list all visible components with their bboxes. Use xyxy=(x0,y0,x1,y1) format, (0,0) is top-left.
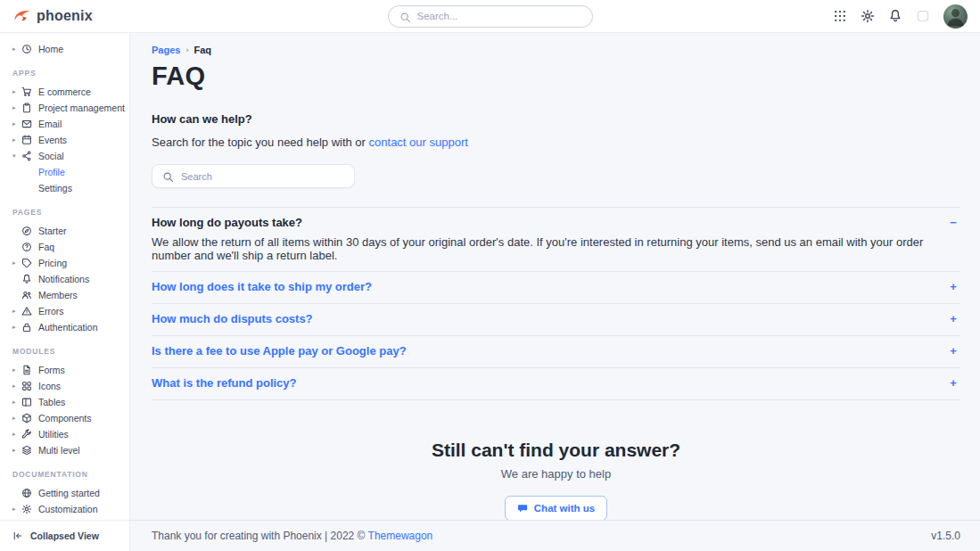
box-icon xyxy=(21,413,32,424)
phoenix-logo-icon xyxy=(12,7,31,26)
footer-text: Thank you for creating with Phoenix | 20… xyxy=(152,530,432,542)
sidebar-item-events[interactable]: ▸ Events xyxy=(12,132,126,148)
faq-search-input[interactable] xyxy=(181,171,344,182)
sidebar-item-components[interactable]: ▸ Components xyxy=(12,410,126,426)
sidebar-item-project-management[interactable]: ▸ Project management xyxy=(12,100,126,116)
cta-title: Still can't find your answer? xyxy=(152,440,960,461)
sidebar-item-forms[interactable]: ▸ Forms xyxy=(12,362,126,378)
sidebar-subitem-settings[interactable]: Settings xyxy=(12,180,126,196)
chevron-icon: ▾ xyxy=(12,152,21,160)
search-icon xyxy=(399,11,411,22)
minus-icon[interactable]: − xyxy=(946,216,960,230)
faq-item: What is the refund policy? + xyxy=(152,368,960,400)
lock-icon xyxy=(21,322,32,333)
chevron-icon: ▸ xyxy=(12,431,21,438)
sidebar-section: MODULES ▸ Forms ▸ Icons ▸ Tables ▸ Compo… xyxy=(12,347,126,458)
plus-icon[interactable]: + xyxy=(946,280,960,294)
plus-icon[interactable]: + xyxy=(946,312,960,326)
bell-icon[interactable] xyxy=(888,9,902,23)
faq-question-row[interactable]: What is the refund policy? + xyxy=(152,376,960,391)
cta-subtitle: We are happy to help xyxy=(152,467,960,481)
breadcrumb-pages-link[interactable]: Pages xyxy=(152,45,180,55)
faq-item: How long does it take to ship my order? … xyxy=(152,272,960,304)
file-icon xyxy=(21,365,32,375)
sidebar-item-multi-level[interactable]: ▸ Multi level xyxy=(12,442,126,458)
gear-icon[interactable] xyxy=(861,9,875,23)
themewagon-link[interactable]: Themewagon xyxy=(368,530,433,542)
faq-search[interactable] xyxy=(152,164,355,188)
calendar-icon xyxy=(21,135,32,145)
faq-item: How much do disputs costs? + xyxy=(152,304,960,336)
collapse-icon xyxy=(12,530,23,541)
sidebar-section: ▸ Home xyxy=(12,41,126,57)
help-text: Search for the topic you need help with … xyxy=(152,136,960,149)
sidebar-section-label: MODULES xyxy=(12,347,126,356)
main-area: Pages › Faq FAQ How can we help? Search … xyxy=(130,33,980,551)
chevron-icon: ▸ xyxy=(12,324,21,331)
sidebar-item-social[interactable]: ▾ Social xyxy=(12,148,126,164)
sidebar-item-errors[interactable]: ▸ Errors xyxy=(12,303,126,319)
sidebar: ▸ Home APPS ▸ E commerce ▸ Project manag… xyxy=(0,33,130,551)
sidebar-section: APPS ▸ E commerce ▸ Project management ▸… xyxy=(12,69,126,196)
bell-icon xyxy=(21,274,32,284)
breadcrumb: Pages › Faq xyxy=(152,45,960,55)
sidebar-item-members[interactable]: Members xyxy=(12,287,126,303)
question-circle-icon xyxy=(21,242,32,252)
sidebar-item-e-commerce[interactable]: ▸ E commerce xyxy=(12,84,126,100)
sidebar-section-label: APPS xyxy=(12,69,126,78)
plus-icon[interactable]: + xyxy=(946,344,960,358)
chat-with-us-button[interactable]: Chat with us xyxy=(505,496,607,520)
chevron-icon: ▸ xyxy=(12,366,21,374)
sidebar-item-notifications[interactable]: Notifications xyxy=(12,271,126,287)
brand-name: phoenix xyxy=(37,8,93,24)
envelope-icon xyxy=(21,119,32,129)
avatar[interactable] xyxy=(943,4,968,29)
search-icon xyxy=(162,170,174,182)
chevron-icon: ▸ xyxy=(12,104,21,111)
contact-support-link[interactable]: contact our support xyxy=(369,136,468,149)
theme-toggle-icon[interactable] xyxy=(916,9,930,23)
global-search-input[interactable] xyxy=(417,11,581,21)
cta-section: Still can't find your answer? We are hap… xyxy=(152,440,960,520)
faq-page: Pages › Faq FAQ How can we help? Search … xyxy=(130,33,980,520)
chevron-icon: ▸ xyxy=(12,506,21,513)
chevron-icon: ▸ xyxy=(12,45,21,53)
help-heading: How can we help? xyxy=(152,112,960,126)
layers-icon xyxy=(21,445,32,456)
faq-question-row[interactable]: Is there a fee to use Apple pay or Googl… xyxy=(152,344,960,358)
chevron-icon: ▸ xyxy=(12,415,21,422)
chevron-icon: ▸ xyxy=(12,120,21,127)
brand-logo[interactable]: phoenix xyxy=(12,7,388,26)
chat-button-label: Chat with us xyxy=(534,503,595,514)
sidebar-item-starter[interactable]: Starter xyxy=(12,223,126,239)
sidebar-item-faq[interactable]: Faq xyxy=(12,239,126,255)
sidebar-item-authentication[interactable]: ▸ Authentication xyxy=(12,319,126,335)
chevron-icon: ▸ xyxy=(12,259,21,267)
faq-accordion: How long do payouts take? − We allow the… xyxy=(152,207,960,400)
plus-icon[interactable]: + xyxy=(946,376,960,391)
sidebar-nav: ▸ Home APPS ▸ E commerce ▸ Project manag… xyxy=(0,33,129,520)
faq-question: How long does it take to ship my order? xyxy=(152,280,372,293)
faq-question-row[interactable]: How long do payouts take? − xyxy=(152,216,960,230)
faq-question-row[interactable]: How long does it take to ship my order? … xyxy=(152,280,960,294)
sidebar-item-tables[interactable]: ▸ Tables xyxy=(12,394,126,410)
sidebar-item-customization[interactable]: ▸ Customization xyxy=(12,501,126,517)
faq-question-row[interactable]: How much do disputs costs? + xyxy=(152,312,960,326)
sidebar-item-home[interactable]: ▸ Home xyxy=(12,41,126,57)
faq-question: How much do disputs costs? xyxy=(152,312,313,325)
sidebar-subitem-profile[interactable]: Profile xyxy=(12,164,126,180)
sidebar-item-getting-started[interactable]: Getting started xyxy=(12,485,126,501)
gear-icon xyxy=(21,504,32,514)
global-search[interactable] xyxy=(388,5,593,28)
breadcrumb-current: Faq xyxy=(194,45,211,55)
faq-question: What is the refund policy? xyxy=(152,376,297,390)
apps-grid-icon[interactable] xyxy=(833,9,847,23)
collapsed-view-toggle[interactable]: Collapsed View xyxy=(0,520,129,551)
sidebar-item-icons[interactable]: ▸ Icons xyxy=(12,378,126,394)
faq-item: How long do payouts take? − We allow the… xyxy=(152,208,960,272)
sidebar-item-utilities[interactable]: ▸ Utilities xyxy=(12,426,126,442)
sidebar-item-pricing[interactable]: ▸ Pricing xyxy=(12,255,126,271)
breadcrumb-separator-icon: › xyxy=(185,45,188,54)
tag-icon xyxy=(21,258,32,268)
sidebar-item-email[interactable]: ▸ Email xyxy=(12,116,126,132)
